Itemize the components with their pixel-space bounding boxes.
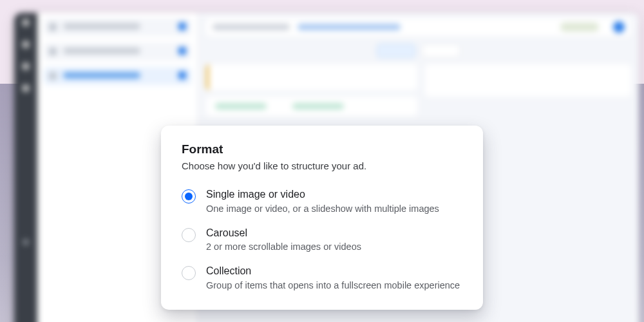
option-desc: 2 or more scrollable images or videos (206, 241, 361, 253)
option-label: Collection (206, 265, 460, 278)
option-desc: One image or video, or a slideshow with … (206, 203, 439, 215)
option-desc: Group of items that opens into a fullscr… (206, 279, 460, 292)
format-title: Format (182, 142, 462, 156)
left-rail (14, 13, 37, 322)
option-label: Single image or video (206, 188, 439, 202)
format-option-carousel[interactable]: Carousel 2 or more scrollable images or … (182, 227, 462, 254)
radio-collection[interactable] (182, 266, 196, 280)
option-label: Carousel (206, 227, 361, 240)
format-option-collection[interactable]: Collection Group of items that opens int… (182, 265, 462, 292)
format-option-single[interactable]: Single image or video One image or video… (182, 188, 462, 215)
format-subtitle: Choose how you'd like to structure your … (182, 160, 462, 171)
radio-single[interactable] (182, 189, 196, 204)
radio-carousel[interactable] (182, 228, 196, 242)
format-card: Format Choose how you'd like to structur… (161, 126, 483, 310)
